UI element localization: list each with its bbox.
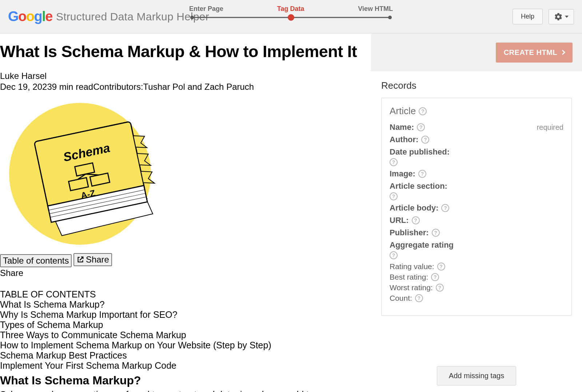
toc-button[interactable]: Table of contents	[0, 254, 72, 267]
article-readtime[interactable]: 9 min read	[52, 82, 93, 92]
field-count[interactable]: Count:?	[390, 294, 563, 303]
help-icon[interactable]: ?	[412, 216, 420, 224]
help-icon[interactable]: ?	[419, 107, 427, 115]
article-date[interactable]: Dec 19, 2023	[0, 82, 52, 92]
field-name[interactable]: Name:? required	[390, 123, 563, 132]
section-heading[interactable]: What Is Schema Markup?	[0, 374, 371, 387]
gear-icon	[554, 12, 563, 21]
help-icon[interactable]: ?	[418, 170, 426, 178]
article-meta[interactable]: Dec 19, 20239 min readContributors:Tusha…	[0, 81, 371, 92]
step-view-html[interactable]: View HTML	[358, 5, 393, 13]
step-dot-3	[388, 16, 392, 19]
help-icon[interactable]: ?	[390, 251, 398, 259]
help-icon[interactable]: ?	[432, 229, 440, 237]
field-worst-rating[interactable]: Worst rating:?	[390, 283, 563, 292]
step-dot-1	[190, 16, 194, 19]
side-pane: CREATE HTML Records Article ? Name:? req…	[371, 33, 582, 392]
field-aggregate-rating[interactable]: Aggregate rating	[390, 240, 563, 250]
toc-item[interactable]: Implement Your First Schema Markup Code	[0, 360, 371, 371]
toc-item[interactable]: How to Implement Schema Markup on Your W…	[0, 340, 371, 350]
help-icon[interactable]: ?	[390, 158, 398, 166]
article-author[interactable]: Luke Harsel	[0, 71, 371, 81]
toc-item[interactable]: Types of Schema Markup	[0, 320, 371, 330]
help-icon[interactable]: ?	[437, 263, 445, 271]
record-card: Article ? Name:? required Author:? Date …	[381, 98, 572, 316]
step-tag-data[interactable]: Tag Data	[277, 5, 304, 13]
required-label: required	[537, 123, 563, 132]
hero-image[interactable]: Schema A-Z	[0, 97, 371, 252]
field-article-section[interactable]: Article section:	[390, 181, 563, 191]
toc-item[interactable]: Three Ways to Communicate Schema Markup	[0, 330, 371, 340]
add-missing-tags-button[interactable]: Add missing tags	[437, 366, 516, 385]
share-icon	[76, 256, 84, 264]
settings-button[interactable]	[549, 9, 574, 24]
field-url[interactable]: URL:?	[390, 216, 563, 225]
record-type: Article ?	[390, 105, 563, 117]
records-heading: Records	[381, 80, 572, 91]
help-button[interactable]: Help	[513, 9, 543, 24]
toc-heading[interactable]: TABLE OF CONTENTS	[0, 289, 371, 299]
field-article-body[interactable]: Article body:?	[390, 203, 563, 213]
step-dot-2-active	[288, 14, 294, 21]
help-icon[interactable]: ?	[436, 284, 444, 292]
share-button[interactable]: Share	[73, 253, 112, 266]
help-icon[interactable]: ?	[421, 136, 429, 144]
section-body[interactable]: Schema markup, sometimes referred to as …	[0, 389, 371, 392]
field-best-rating[interactable]: Best rating:?	[390, 273, 563, 281]
app-title: Structured Data Markup Helper	[56, 11, 209, 23]
help-icon[interactable]: ?	[415, 294, 423, 302]
contributors-label[interactable]: Contributors:	[93, 82, 143, 92]
chevron-right-icon	[560, 50, 565, 55]
help-icon[interactable]: ?	[441, 204, 449, 212]
article-title[interactable]: What Is Schema Markup & How to Implement…	[0, 42, 371, 61]
create-html-button[interactable]: CREATE HTML	[496, 43, 573, 63]
step-enter-page[interactable]: Enter Page	[189, 5, 223, 13]
field-rating-value[interactable]: Rating value:?	[390, 262, 563, 271]
share-text[interactable]: Share	[0, 268, 371, 278]
field-date-published[interactable]: Date published:	[390, 147, 563, 157]
logo-area: Google Structured Data Markup Helper	[8, 9, 209, 24]
toc-item[interactable]: Why Is Schema Markup Important for SEO?	[0, 309, 371, 320]
help-icon[interactable]: ?	[390, 192, 398, 200]
field-author[interactable]: Author:?	[390, 135, 563, 144]
field-image[interactable]: Image:?	[390, 169, 563, 179]
content-pane[interactable]: What Is Schema Markup & How to Implement…	[0, 33, 371, 392]
stepper: Enter Page Tag Data View HTML	[189, 5, 393, 20]
toc-item[interactable]: What Is Schema Markup?	[0, 299, 371, 309]
app-header: Google Structured Data Markup Helper Ent…	[0, 0, 582, 33]
caret-down-icon	[565, 16, 569, 18]
help-icon[interactable]: ?	[431, 273, 439, 281]
google-logo: Google	[8, 9, 52, 24]
field-publisher[interactable]: Publisher:?	[390, 228, 563, 237]
contributors[interactable]: Tushar Pol and Zach Paruch	[143, 82, 254, 92]
help-icon[interactable]: ?	[417, 123, 425, 131]
toc-item[interactable]: Schema Markup Best Practices	[0, 350, 371, 360]
